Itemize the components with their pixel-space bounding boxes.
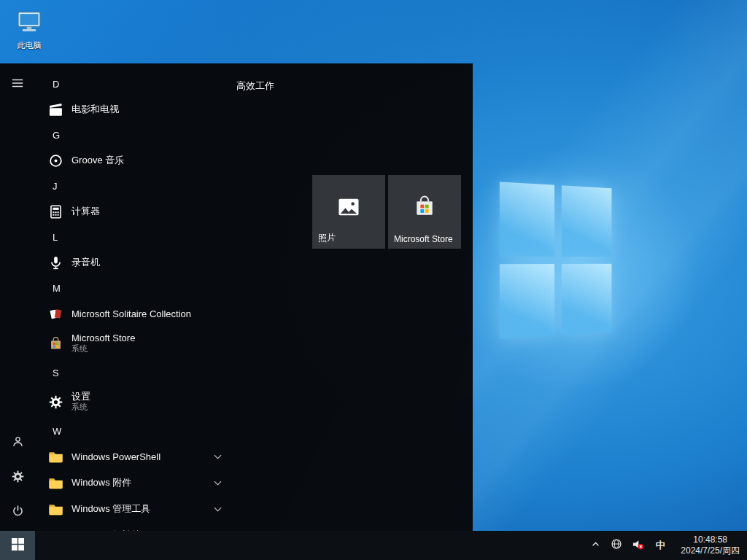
start-button[interactable] xyxy=(0,531,35,560)
chevron-down-icon xyxy=(214,478,222,486)
speaker-muted-icon xyxy=(632,538,644,553)
folder-icon xyxy=(47,448,64,465)
store-icon xyxy=(47,335,64,352)
settings-button[interactable] xyxy=(0,460,35,495)
tile-photos[interactable]: 照片 xyxy=(312,175,385,249)
taskbar: 中 10:48:58 2024/7/25/周四 xyxy=(0,531,747,560)
app-list-letter[interactable]: W xyxy=(35,419,231,443)
tile-label: 照片 xyxy=(318,232,336,244)
desktop-icon-label: 此电脑 xyxy=(18,40,42,51)
tile-group-title[interactable]: 高效工作 xyxy=(236,79,274,93)
folder-item-windows-admin-tools[interactable]: Windows 管理工具 xyxy=(35,496,231,522)
app-label: Microsoft Solitaire Collection xyxy=(71,308,191,319)
solitaire-icon xyxy=(47,305,64,322)
chevron-down-icon xyxy=(214,505,222,512)
folder-label: Windows PowerShell xyxy=(71,451,160,462)
power-icon xyxy=(11,505,25,521)
start-menu-rail xyxy=(0,63,35,531)
volume-button[interactable] xyxy=(631,531,644,560)
desktop-icon-this-pc[interactable]: 此电脑 xyxy=(1,7,57,51)
app-list-letter[interactable]: M xyxy=(35,276,231,300)
windows-logo-icon xyxy=(12,538,24,553)
app-sublabel: 系统 xyxy=(71,343,135,354)
app-label: 设置 xyxy=(71,391,90,402)
folder-item-windows-powershell[interactable]: Windows PowerShell xyxy=(35,443,231,470)
movies-tv-icon xyxy=(47,101,64,118)
folder-item-windows-accessories[interactable]: Windows 附件 xyxy=(35,470,231,496)
start-app-list: D 电影和电视 G Groove 音乐 J xyxy=(35,63,231,531)
chevron-down-icon xyxy=(214,452,222,459)
app-label: Groove 音乐 xyxy=(71,154,124,167)
tile-microsoft-store[interactable]: Microsoft Store xyxy=(388,175,461,249)
app-label: 电影和电视 xyxy=(71,103,119,116)
app-label: 计算器 xyxy=(71,205,100,218)
app-list-letter[interactable]: S xyxy=(35,360,231,385)
app-item-settings[interactable]: 设置 系统 xyxy=(35,385,231,419)
store-icon xyxy=(411,194,438,223)
folder-label: Windows 管理工具 xyxy=(71,502,150,516)
app-item-groove-music[interactable]: Groove 音乐 xyxy=(35,147,231,174)
app-item-solitaire[interactable]: Microsoft Solitaire Collection xyxy=(35,300,231,327)
computer-icon xyxy=(15,7,44,39)
user-icon xyxy=(11,435,25,451)
start-menu: D 电影和电视 G Groove 音乐 J xyxy=(0,63,473,531)
ime-indicator[interactable]: 中 xyxy=(652,531,668,560)
clock-date: 2024/7/25/周四 xyxy=(681,545,740,556)
app-sublabel: 系统 xyxy=(71,402,90,413)
folder-icon xyxy=(47,474,64,491)
logo-pane xyxy=(500,182,554,257)
gear-icon xyxy=(47,393,64,411)
gear-icon xyxy=(11,470,25,486)
clock-time: 10:48:58 xyxy=(681,534,740,545)
voice-recorder-icon xyxy=(47,254,64,271)
folder-item-windows-ease-of-access[interactable]: Windows 轻松使用 xyxy=(35,522,231,531)
tile-label: Microsoft Store xyxy=(394,234,453,244)
system-tray: 中 10:48:58 2024/7/25/周四 xyxy=(589,531,747,560)
windows-wallpaper-logo xyxy=(500,182,612,338)
expand-menu-button[interactable] xyxy=(0,67,35,102)
letter-label: M xyxy=(53,283,61,294)
taskbar-clock[interactable]: 10:48:58 2024/7/25/周四 xyxy=(676,534,744,556)
calculator-icon xyxy=(47,203,64,220)
globe-icon xyxy=(611,538,622,553)
tray-overflow-button[interactable] xyxy=(589,531,602,560)
app-item-microsoft-store[interactable]: Microsoft Store 系统 xyxy=(35,327,231,360)
letter-label: J xyxy=(53,181,58,192)
app-item-voice-recorder[interactable]: 录音机 xyxy=(35,249,231,276)
app-list-letter[interactable]: D xyxy=(35,71,231,96)
app-list-letter[interactable]: L xyxy=(35,225,231,249)
logo-pane xyxy=(562,185,612,257)
app-item-movies-tv[interactable]: 电影和电视 xyxy=(35,96,231,122)
logo-pane xyxy=(500,264,554,339)
letter-label: S xyxy=(53,368,59,378)
logo-pane xyxy=(562,264,612,335)
letter-label: W xyxy=(53,426,61,437)
photos-icon xyxy=(336,194,362,223)
hamburger-icon xyxy=(11,77,24,93)
app-item-calculator[interactable]: 计算器 xyxy=(35,198,231,225)
app-list-letter[interactable]: J xyxy=(35,174,231,198)
network-status-button[interactable] xyxy=(610,531,623,560)
folder-icon xyxy=(47,500,64,518)
groove-music-icon xyxy=(47,152,64,169)
app-label: Microsoft Store xyxy=(71,332,135,343)
letter-label: G xyxy=(53,130,60,141)
power-button[interactable] xyxy=(0,495,35,530)
folder-label: Windows 附件 xyxy=(71,476,131,489)
letter-label: D xyxy=(53,79,59,90)
letter-label: L xyxy=(53,232,58,243)
chevron-up-icon xyxy=(591,539,600,552)
app-list-letter[interactable]: G xyxy=(35,122,231,147)
app-label: 录音机 xyxy=(71,256,100,269)
user-account-button[interactable] xyxy=(0,425,35,460)
